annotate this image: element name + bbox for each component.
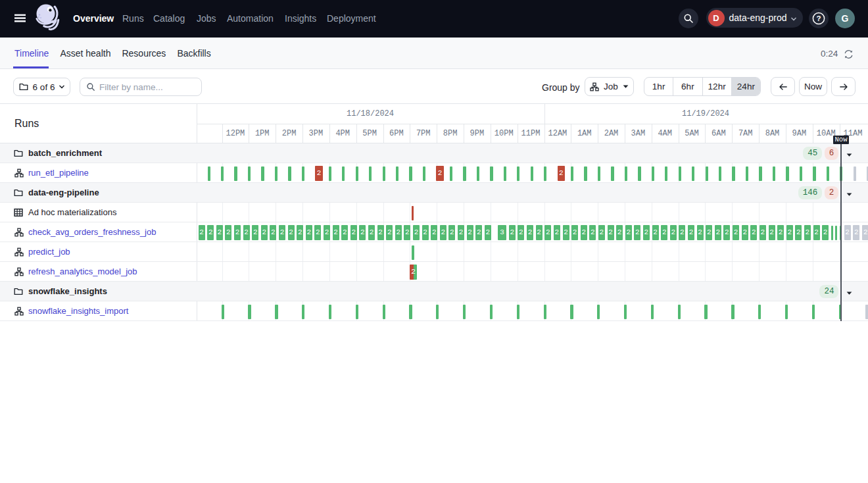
svg-text:?: ? (816, 14, 821, 22)
